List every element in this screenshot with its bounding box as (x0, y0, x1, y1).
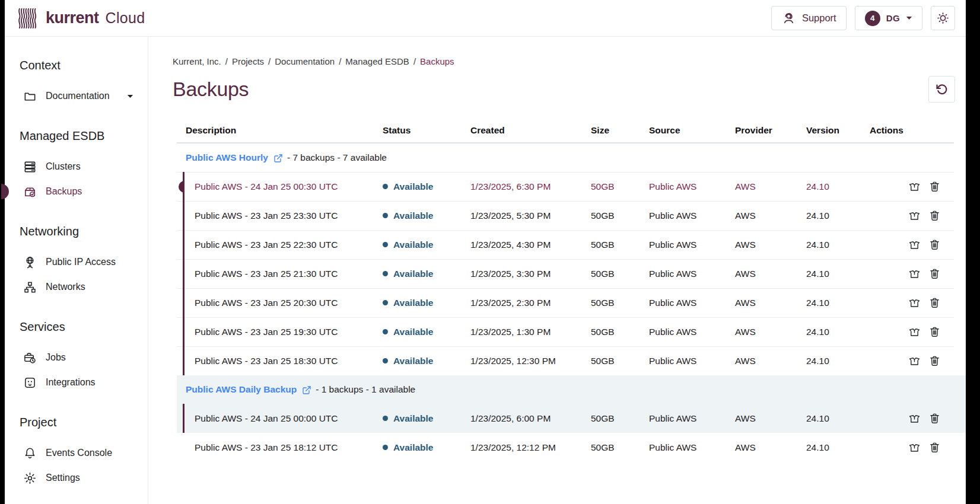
table-row[interactable]: Public AWS - 23 Jan 25 19:30 UTC Availab… (177, 317, 966, 346)
sidebar-item-label: Events Console (46, 448, 112, 458)
sidebar-item-label: Backups (46, 186, 82, 197)
column-header-actions: Actions (870, 125, 966, 136)
external-link-icon[interactable] (302, 385, 311, 395)
backup-source: Public AWS (649, 181, 735, 192)
brand-logo[interactable]: kurrent Cloud (18, 7, 145, 30)
backup-created: 1/23/2025, 1:30 PM (470, 327, 591, 337)
brand-suffix: Cloud (106, 9, 145, 27)
top-bar: kurrent Cloud Support 4 DG (5, 0, 966, 37)
status-dot (383, 329, 388, 334)
table-row[interactable]: Public AWS - 24 Jan 25 00:30 UTC Availab… (177, 172, 966, 201)
sidebar-item-jobs[interactable]: Jobs (20, 345, 137, 370)
backup-source: Public AWS (649, 327, 735, 337)
backup-group-name[interactable]: Public AWS Daily Backup (186, 384, 297, 395)
table-row[interactable]: Public AWS - 23 Jan 25 22:30 UTC Availab… (177, 230, 966, 259)
status-dot (383, 242, 388, 247)
restore-backup-icon[interactable] (908, 441, 921, 454)
restore-backup-icon[interactable] (908, 296, 921, 309)
restore-backup-icon[interactable] (908, 180, 921, 193)
backup-size: 50GB (591, 269, 649, 279)
table-row[interactable]: Public AWS - 23 Jan 25 18:12 UTC Availab… (177, 433, 966, 462)
delete-backup-icon[interactable] (928, 326, 941, 338)
delete-backup-icon[interactable] (928, 267, 941, 280)
refresh-button[interactable] (928, 76, 955, 103)
backup-source: Public AWS (649, 442, 735, 453)
backup-provider: AWS (735, 356, 806, 366)
delete-backup-icon[interactable] (928, 441, 941, 454)
delete-backup-icon[interactable] (928, 238, 941, 251)
sidebar-heading-context: Context (20, 58, 137, 72)
breadcrumb-item[interactable]: Kurrent, Inc. (173, 56, 221, 66)
restore-backup-icon[interactable] (908, 238, 921, 251)
backup-description: Public AWS - 23 Jan 25 23:30 UTC (195, 210, 338, 221)
backup-size: 50GB (591, 210, 649, 221)
delete-backup-icon[interactable] (928, 209, 941, 222)
chevron-down-icon[interactable] (127, 94, 137, 98)
table-row[interactable]: Public AWS - 23 Jan 25 21:30 UTC Availab… (177, 259, 966, 288)
backup-group-summary: - 7 backups - 7 available (287, 152, 387, 163)
sidebar-section-managed-esdb: Managed ESDB Clusters (5, 129, 148, 204)
restore-backup-icon[interactable] (908, 326, 921, 338)
backup-description: Public AWS - 23 Jan 25 21:30 UTC (195, 269, 338, 279)
sidebar-item-public-ip-access[interactable]: Public IP Access (20, 250, 137, 275)
backup-status-label: Available (393, 240, 434, 250)
backup-group-name[interactable]: Public AWS Hourly (186, 152, 268, 163)
table-row[interactable]: Public AWS - 23 Jan 25 23:30 UTC Availab… (177, 201, 966, 230)
delete-backup-icon[interactable] (928, 296, 941, 309)
backup-status-label: Available (393, 210, 434, 221)
backup-created: 1/23/2025, 3:30 PM (470, 269, 591, 279)
user-menu-button[interactable]: 4 DG (855, 6, 922, 30)
app-window: kurrent Cloud Support 4 DG (5, 0, 966, 504)
restore-backup-icon[interactable] (908, 209, 921, 222)
top-actions: Support 4 DG (771, 6, 955, 30)
backup-status-label: Available (393, 413, 434, 424)
support-button[interactable]: Support (771, 6, 847, 30)
backup-size: 50GB (591, 327, 649, 337)
backup-status-label: Available (393, 327, 434, 337)
refresh-icon (935, 82, 949, 97)
sidebar-item-clusters[interactable]: Clusters (20, 154, 137, 179)
backup-group: Public AWS Daily Backup - 1 backups - 1 … (177, 375, 966, 433)
delete-backup-icon[interactable] (928, 355, 941, 367)
backup-provider: AWS (735, 181, 806, 192)
breadcrumb-item[interactable]: Projects (232, 56, 264, 66)
sidebar-item-networks[interactable]: Networks (20, 275, 137, 299)
chevron-down-icon (906, 16, 912, 20)
backup-size: 50GB (591, 413, 649, 424)
sidebar-item-backups[interactable]: Backups (20, 179, 137, 204)
sidebar-item-integrations[interactable]: Integrations (20, 370, 137, 395)
backup-status-label: Available (393, 269, 434, 279)
sidebar-section-networking: Networking Public IP Access Net (5, 224, 148, 299)
table-row[interactable]: Public AWS - 23 Jan 25 18:30 UTC Availab… (177, 346, 966, 375)
external-link-icon[interactable] (273, 154, 283, 163)
status-dot (383, 271, 388, 276)
table-row[interactable]: Public AWS - 23 Jan 25 20:30 UTC Availab… (177, 288, 966, 317)
restore-backup-icon[interactable] (908, 412, 921, 425)
restore-backup-icon[interactable] (908, 267, 921, 280)
sidebar-item-events-console[interactable]: Events Console (20, 441, 137, 465)
briefcase-clock-icon (23, 351, 37, 365)
breadcrumb-item[interactable]: Documentation (275, 56, 335, 66)
outlet-icon (23, 376, 37, 390)
column-header-status: Status (383, 125, 470, 136)
theme-toggle-button[interactable] (931, 6, 955, 30)
breadcrumb: Kurrent, Inc./Projects/Documentation/Man… (173, 56, 966, 66)
delete-backup-icon[interactable] (928, 412, 941, 425)
sidebar-item-settings[interactable]: Settings (20, 465, 137, 490)
backup-provider: AWS (735, 298, 806, 308)
delete-backup-icon[interactable] (928, 180, 941, 193)
backup-description: Public AWS - 23 Jan 25 18:12 UTC (195, 442, 338, 452)
backup-version: 24.10 (806, 327, 870, 337)
sidebar-item-label: Networks (46, 282, 85, 292)
breadcrumb-separator: / (225, 56, 228, 66)
sidebar-item-documentation[interactable]: Documentation (20, 84, 137, 109)
backup-created: 1/23/2025, 12:30 PM (470, 356, 591, 366)
table-row[interactable]: Public AWS - 24 Jan 25 00:00 UTC Availab… (177, 404, 966, 433)
backups-table: Description Status Created Size Source P… (177, 117, 966, 462)
backup-source: Public AWS (649, 240, 735, 250)
breadcrumb-item[interactable]: Managed ESDB (345, 56, 409, 66)
backup-status-label: Available (393, 356, 434, 366)
backup-created: 1/23/2025, 6:30 PM (470, 181, 591, 192)
restore-backup-icon[interactable] (908, 355, 921, 367)
backup-source: Public AWS (649, 413, 735, 424)
